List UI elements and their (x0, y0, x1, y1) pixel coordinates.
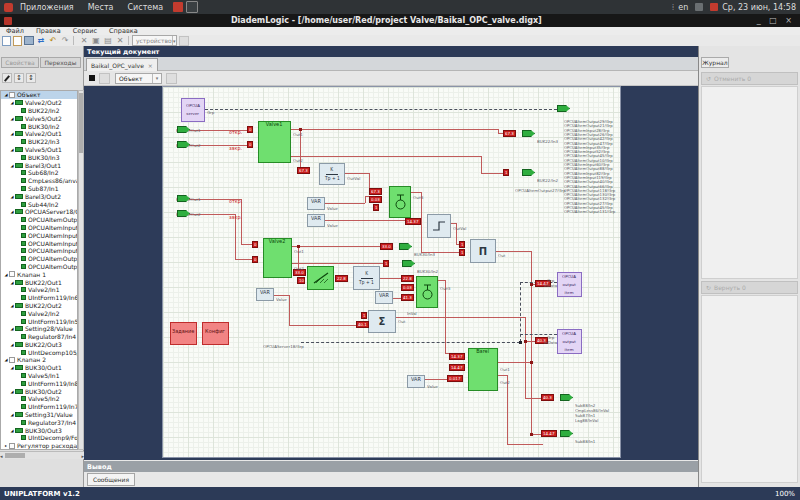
distro-logo-icon[interactable] (4, 3, 13, 12)
diagram-block-var-e[interactable]: VAR (407, 375, 425, 388)
diagram-block-sum[interactable]: Σ (368, 310, 396, 333)
tab-properties[interactable]: Свойства (1, 57, 39, 68)
tree-item-Объект[interactable]: ◢Объект (1, 91, 77, 99)
diagram-block-step-1[interactable] (427, 214, 451, 238)
tree-item-OPCUAItemInput28[interactable]: OPCUAItemInput28 (1, 224, 77, 232)
scroll-left-icon[interactable]: ◂ (0, 453, 3, 459)
tree-item-OPCUAItemInput60[interactable]: OPCUAItemInput60 (1, 239, 77, 247)
device-settings-icon[interactable] (179, 36, 189, 46)
diagram-block-product[interactable]: Π (470, 239, 496, 263)
diagram-block-konfig[interactable]: Конфиг (202, 322, 229, 345)
tree-item-Regulator87/In4[interactable]: Regulator87/In4 (1, 333, 77, 341)
menu-Сервис[interactable]: Сервис (67, 27, 103, 35)
tree-item-Regulator37/In4[interactable]: Regulator37/In4 (1, 418, 77, 426)
group-output-connector[interactable] (557, 105, 570, 112)
tree-item-UIntDecomp9/Form[interactable]: UIntDecomp9/Form (1, 434, 77, 442)
tree-item-OPCUAItemOutput2[interactable]: OPCUAItemOutput2 (1, 216, 77, 224)
diagram-canvas[interactable]: OPCUAserverValve1KTp + 1VARVARValve2KTp … (162, 86, 621, 458)
tree-item-BUK22/In3[interactable]: BUK22/In3 (1, 138, 77, 146)
output-connector-BUK22/In2[interactable] (522, 169, 535, 176)
object-dropdown[interactable]: Объект▾ (115, 73, 162, 84)
notification-icon[interactable] (173, 2, 183, 12)
device-dropdown[interactable]: устройство▾ (132, 35, 177, 46)
redo-icon[interactable]: ↷ (60, 36, 70, 45)
output-connector-Sub88/In1[interactable] (560, 430, 573, 437)
tab-messages[interactable]: Сообщения (87, 473, 135, 486)
tree-item-Valve2/Out2[interactable]: ◢Valve2/Out2 (1, 99, 77, 107)
save-icon[interactable] (24, 36, 34, 45)
redo-history-list[interactable] (701, 295, 798, 483)
tree-item-UIntForm119/In5[interactable]: UIntForm119/In5 (1, 317, 77, 325)
sync-icon[interactable]: ⇄ (36, 36, 46, 45)
tree-item-OPCUAServer18/Grp[interactable]: ◢OPCUAServer18/Grp (1, 208, 77, 216)
copy-icon[interactable]: ▣ (91, 36, 101, 45)
diagram-block-var-d[interactable]: VAR (375, 291, 393, 304)
undo-icon[interactable]: ↶ (48, 36, 58, 45)
menu-Справка[interactable]: Справка (103, 27, 144, 35)
tree-item-Valve5/Out1[interactable]: ◢Valve5/Out1 (1, 146, 77, 154)
new-file-icon[interactable] (2, 36, 11, 46)
diagram-block-k-lag-1[interactable]: KTp + 1 (319, 163, 345, 185)
tree-item-Клапан 2[interactable]: ◢Клапан 2 (1, 356, 77, 364)
diagram-block-var-c[interactable]: VAR (256, 288, 274, 301)
tree-item-UIntForm119/In6[interactable]: UIntForm119/In6 (1, 294, 77, 302)
diagram-block-k-lag-2[interactable]: KTp + 1 (353, 266, 380, 290)
output-connector-BUK30/In3[interactable] (399, 243, 412, 250)
maximize-button[interactable]: □ (769, 16, 780, 25)
output-connector-Sub88/In2[interactable] (560, 394, 573, 401)
menu-Правка[interactable]: Правка (30, 27, 67, 35)
tree-item-Регулятор расхода[interactable]: ▸Регулятор расхода (1, 442, 77, 450)
keyboard-layout[interactable]: en (678, 3, 688, 12)
tree-item-BUK22/Out3[interactable]: ◢BUK22/Out3 (1, 341, 77, 349)
diagram-block-var-a[interactable]: VAR (307, 197, 325, 210)
updates-icon[interactable] (710, 3, 718, 11)
tree-item-BUK30/In3[interactable]: BUK30/In3 (1, 153, 77, 161)
tree-item-Barel3/Out2[interactable]: ◢Barel3/Out2 (1, 192, 77, 200)
tree-item-Setting28/Value[interactable]: ◢Setting28/Value (1, 325, 77, 333)
tree-item-Valve2/In1[interactable]: Valve2/In1 (1, 286, 77, 294)
tree-item-BUK30/Out3[interactable]: ◢BUK30/Out3 (1, 426, 77, 434)
tree-item-Клапан 1[interactable]: ◢Клапан 1 (1, 270, 77, 278)
diagram-block-valve2[interactable]: Valve2 (263, 238, 292, 278)
tree-item-BUK22/Out2[interactable]: ◢BUK22/Out2 (1, 302, 77, 310)
tree-item-OPCUAItemInput35[interactable]: OPCUAItemInput35 (1, 231, 77, 239)
tree-item-Valve5/In1[interactable]: Valve5/In1 (1, 372, 77, 380)
delete-icon[interactable]: ✕ (115, 36, 125, 45)
stop-icon[interactable] (89, 75, 95, 81)
redo-section[interactable]: ↻ Вернуть 0 (701, 281, 798, 294)
tree-item-UIntForm119/In7[interactable]: UIntForm119/In7 (1, 403, 77, 411)
expand-collapse-icon[interactable]: ↕ (26, 73, 36, 83)
tree-item-BUK22/In2[interactable]: BUK22/In2 (1, 107, 77, 115)
minimize-button[interactable]: _ (757, 16, 764, 25)
zoom-tool-icon[interactable] (166, 73, 177, 84)
volume-icon[interactable] (695, 3, 703, 11)
diagram-block-valve1[interactable]: Valve1 (258, 121, 291, 163)
tree-item-CmpLess86/anval[interactable]: CmpLess86/anval (1, 177, 77, 185)
undo-section[interactable]: ↺ Отменить 0 (701, 72, 798, 85)
open-file-icon[interactable] (13, 36, 22, 46)
tree-item-Barel3/Out1[interactable]: ◢Barel3/Out1 (1, 161, 77, 169)
document-tab[interactable]: Baikal_OPC_valve× (86, 58, 158, 71)
tree-item-Sub68/In2[interactable]: Sub68/In2 (1, 169, 77, 177)
tree-item-OPCUAItemOutput6[interactable]: OPCUAItemOutput6 (1, 263, 77, 271)
menu-Файл[interactable]: Файл (0, 27, 30, 35)
clock[interactable]: Ср, 23 июн, 14:58 (722, 3, 796, 12)
tab-journal[interactable]: Журнал (701, 57, 729, 68)
tree-item-OPCUAItemOutput4[interactable]: OPCUAItemOutput4 (1, 255, 77, 263)
tree-horizontal-scrollbar[interactable]: ◂ ▸ (0, 451, 84, 459)
window-title-bar[interactable]: DiademLogic - [/home/user/Red/project Va… (0, 14, 800, 27)
desktop-menu-Места[interactable]: Места (81, 0, 121, 14)
diagram-block-var-b[interactable]: VAR (307, 214, 325, 227)
tree-item-Sub44/In2[interactable]: Sub44/In2 (1, 200, 77, 208)
output-connector-BUK22/In3[interactable] (522, 130, 535, 137)
desktop-menu-Приложения[interactable]: Приложения (13, 0, 81, 14)
tree-item-Valve5/Out2[interactable]: ◢Valve5/Out2 (1, 114, 77, 122)
diagram-block-q-1[interactable] (389, 186, 411, 218)
diagram-block-opcua-server[interactable]: OPCUAserver (181, 98, 205, 122)
close-button[interactable]: × (785, 16, 795, 25)
tab-transitions[interactable]: Переходы (40, 57, 81, 68)
tree-item-UIntForm119/In8[interactable]: UIntForm119/In8 (1, 379, 77, 387)
tree-item-Sub87/In1[interactable]: Sub87/In1 (1, 185, 77, 193)
tree-item-BUK30/In2[interactable]: BUK30/In2 (1, 122, 77, 130)
tree-item-Valve2/In2[interactable]: Valve2/In2 (1, 309, 77, 317)
